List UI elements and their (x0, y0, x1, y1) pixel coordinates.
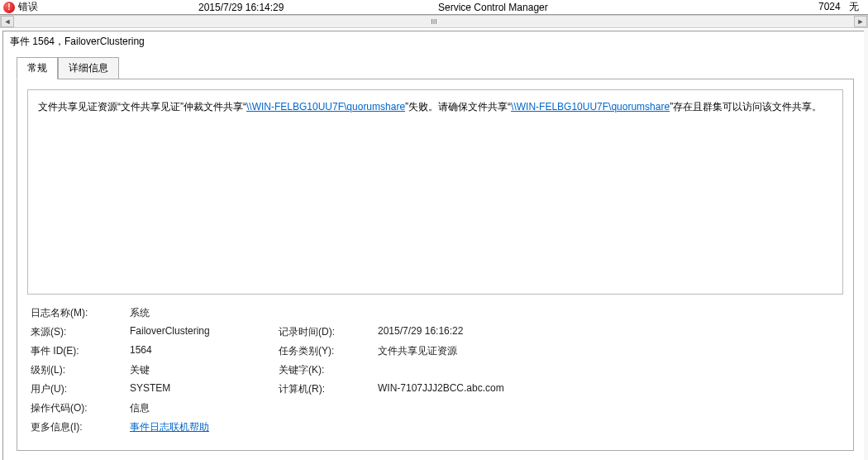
level-text: 错误 (18, 0, 38, 14)
user-label: 用户(U): (31, 382, 130, 396)
source-value: FailoverClustering (130, 325, 279, 339)
horizontal-scrollbar[interactable]: ◄ III ► (0, 15, 868, 28)
desc-text-2: ”失败。请确保文件共享“ (405, 101, 511, 113)
keywords-label: 关键字(K): (279, 363, 378, 377)
panel-title: 事件 1564，FailoverClustering (3, 31, 867, 52)
moreinfo-link[interactable]: 事件日志联机帮助 (130, 421, 209, 433)
vertical-scrollbar[interactable] (864, 28, 868, 460)
desc-text-3: ”存在且群集可以访问该文件共享。 (670, 101, 822, 113)
quorum-share-link-1[interactable]: \\WIN-FELBG10UU7F\quorumshare (246, 101, 405, 113)
eventid-value: 1564 (130, 344, 279, 358)
source-text: Service Control Manager (438, 2, 818, 13)
computer-label: 计算机(R): (279, 382, 378, 396)
opcode-label: 操作代码(O): (31, 401, 130, 415)
detail-grid: 日志名称(M): 系统 来源(S): FailoverClustering 记录… (27, 306, 843, 434)
level-value: 关键 (130, 363, 279, 377)
task-label: 任务类别(Y): (279, 344, 378, 358)
logged-label: 记录时间(D): (279, 325, 378, 339)
eventid-label: 事件 ID(E): (31, 344, 130, 358)
task-text: 无 (849, 1, 859, 12)
logged-value: 2015/7/29 16:16:22 (378, 325, 840, 339)
opcode-value: 信息 (130, 401, 279, 415)
desc-text-1: 文件共享见证资源“文件共享见证”仲裁文件共享“ (38, 101, 246, 113)
log-name-value: 系统 (130, 306, 279, 320)
date-text: 2015/7/29 16:14:29 (198, 2, 438, 13)
scroll-left-arrow-icon[interactable]: ◄ (1, 16, 14, 27)
computer-value: WIN-7107JJJ2BCC.abc.com (378, 382, 840, 396)
keywords-value (378, 363, 840, 377)
event-list-row[interactable]: ! 错误 2015/7/29 16:14:29 Service Control … (0, 0, 868, 15)
error-icon: ! (3, 2, 15, 13)
eventid-text: 7024 (818, 1, 841, 12)
tab-body: 文件共享见证资源“文件共享见证”仲裁文件共享“\\WIN-FELBG10UU7F… (17, 79, 854, 451)
quorum-share-link-2[interactable]: \\WIN-FELBG10UU7F\quorumshare (511, 101, 670, 113)
event-description-box: 文件共享见证资源“文件共享见证”仲裁文件共享“\\WIN-FELBG10UU7F… (27, 89, 843, 295)
tab-strip: 常规 详细信息 (17, 57, 867, 79)
tab-details[interactable]: 详细信息 (58, 57, 119, 79)
event-detail-panel: 事件 1564，FailoverClustering 常规 详细信息 文件共享见… (2, 31, 868, 460)
tab-general[interactable]: 常规 (17, 57, 58, 79)
user-value: SYSTEM (130, 382, 279, 396)
moreinfo-label: 更多信息(I): (31, 420, 130, 434)
scroll-marker: III (431, 17, 437, 26)
task-value: 文件共享见证资源 (378, 344, 840, 358)
source-label: 来源(S): (31, 325, 130, 339)
scroll-right-arrow-icon[interactable]: ► (854, 16, 867, 27)
level-label: 级别(L): (31, 363, 130, 377)
log-name-label: 日志名称(M): (31, 306, 130, 320)
